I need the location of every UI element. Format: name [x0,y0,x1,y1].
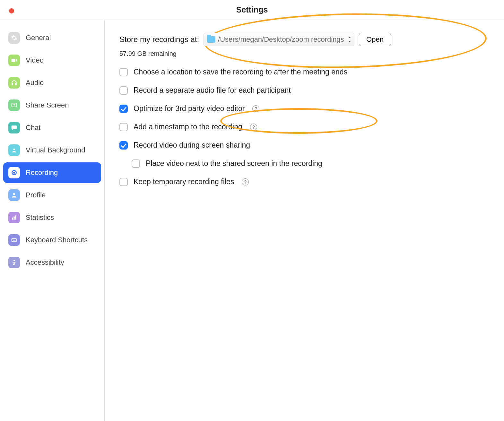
svg-rect-10 [13,239,14,240]
sidebar-item-virtual-background[interactable]: Virtual Background [3,140,101,160]
sidebar-label: Keyboard Shortcuts [26,236,88,244]
sidebar-item-audio[interactable]: Audio [3,73,101,93]
checkbox[interactable] [119,86,128,95]
sidebar-item-video[interactable]: Video [3,50,101,71]
settings-sidebar: General Video Audio Share Screen [0,20,105,421]
dropdown-arrows-icon [348,37,352,42]
sidebar-item-recording[interactable]: Recording [3,162,101,183]
svg-rect-11 [15,239,15,240]
svg-rect-6 [13,217,14,220]
statistics-icon [8,212,20,223]
titlebar: Settings [0,0,504,20]
sidebar-label: General [26,34,51,42]
headphones-icon [8,77,20,89]
option-place-video-next: Place video next to the shared screen in… [132,159,489,168]
checkbox[interactable] [119,68,128,76]
svg-rect-7 [15,215,16,219]
folder-icon [207,36,215,43]
option-label: Add a timestamp to the recording [134,123,242,131]
checkbox[interactable] [119,178,128,186]
accessibility-icon [8,257,20,268]
option-separate-audio: Record a separate audio file for each pa… [119,86,489,95]
option-optimize-3rd-party: Optimize for 3rd party video editor ? [119,104,489,113]
sidebar-item-accessibility[interactable]: Accessibility [3,252,101,273]
option-label: Keep temporary recording files [134,177,234,186]
recording-path-value: /Users/megan/Desktop/zoom recordings [218,35,344,44]
store-location-row: Store my recordings at: /Users/megan/Des… [119,33,489,46]
checkbox[interactable] [132,159,140,168]
help-icon[interactable]: ? [242,178,249,185]
sidebar-label: Profile [26,191,46,199]
keyboard-icon [8,234,20,246]
profile-icon [8,189,20,201]
sidebar-label: Chat [26,124,40,132]
checkbox[interactable] [119,123,128,131]
sidebar-item-share-screen[interactable]: Share Screen [3,95,101,116]
recording-settings-panel: Store my recordings at: /Users/megan/Des… [105,20,504,421]
svg-point-3 [13,172,15,174]
svg-rect-5 [12,218,13,220]
recording-path-dropdown[interactable]: /Users/megan/Desktop/zoom recordings [204,33,354,46]
sidebar-label: Accessibility [26,258,64,267]
chat-icon [8,122,20,133]
option-label: Optimize for 3rd party video editor [134,104,245,113]
sidebar-item-keyboard-shortcuts[interactable]: Keyboard Shortcuts [3,230,101,250]
store-location-label: Store my recordings at: [119,35,199,44]
sidebar-item-statistics[interactable]: Statistics [3,207,101,228]
help-icon[interactable]: ? [250,124,257,131]
video-icon [8,55,20,66]
sidebar-label: Recording [26,168,58,177]
option-choose-location: Choose a location to save the recording … [119,68,489,76]
svg-rect-12 [13,241,15,241]
sidebar-item-chat[interactable]: Chat [3,117,101,138]
help-icon[interactable]: ? [252,105,259,112]
storage-remaining-label: 57.99 GB remaining [119,50,489,57]
option-timestamp: Add a timestamp to the recording ? [119,123,489,131]
record-icon [8,167,20,178]
option-keep-temp-files: Keep temporary recording files ? [119,177,489,186]
svg-rect-8 [12,239,17,242]
sidebar-label: Audio [26,79,44,87]
svg-rect-9 [13,239,13,240]
sidebar-item-profile[interactable]: Profile [3,185,101,205]
sidebar-label: Video [26,56,44,64]
checkbox[interactable] [119,105,128,113]
window-title: Settings [236,5,268,14]
option-label: Record a separate audio file for each pa… [134,86,291,95]
sidebar-label: Statistics [26,213,54,222]
share-screen-icon [8,99,20,111]
option-label: Record video during screen sharing [134,141,250,150]
svg-point-4 [13,193,15,195]
sidebar-item-general[interactable]: General [3,28,101,48]
option-label: Choose a location to save the recording … [134,68,347,76]
checkbox[interactable] [119,141,128,150]
svg-point-1 [13,149,15,150]
window-close-button[interactable] [9,8,14,13]
gear-icon [8,32,20,44]
sidebar-label: Virtual Background [26,146,85,154]
option-record-during-share: Record video during screen sharing [119,141,489,150]
option-label: Place video next to the shared screen in… [146,159,322,168]
open-folder-button[interactable]: Open [359,33,391,46]
virtual-background-icon [8,144,20,156]
svg-point-13 [13,260,15,261]
sidebar-label: Share Screen [26,101,69,109]
